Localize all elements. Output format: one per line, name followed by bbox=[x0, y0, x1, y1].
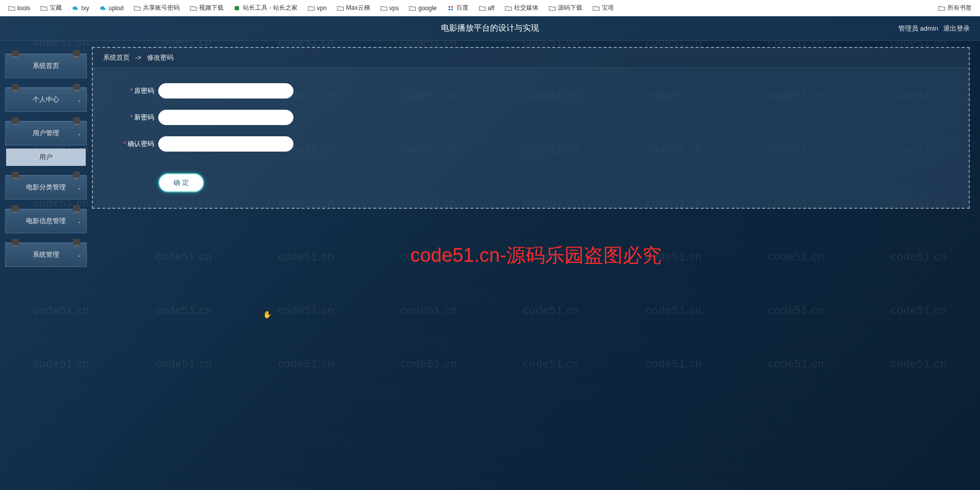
sidebar-item-system-mgmt[interactable]: 系统管理 ⌄ bbox=[5, 242, 87, 267]
bookmark-tools[interactable]: tools bbox=[5, 4, 33, 13]
form-row-new-password: *新密码 bbox=[113, 110, 948, 125]
required-star-icon: * bbox=[130, 113, 133, 121]
bookmark-aff[interactable]: aff bbox=[476, 4, 498, 13]
bookmark-video-download[interactable]: 视频下载 bbox=[187, 3, 227, 13]
tool-icon bbox=[234, 5, 241, 11]
header-right: 管理员 admin 退出登录 bbox=[898, 24, 970, 33]
content-area: 系统首页 -> 修改密码 *原密码 *新密码 *确认密码 确 定 bbox=[92, 41, 980, 490]
old-password-input[interactable] bbox=[158, 83, 293, 99]
chevron-down-icon: ⌄ bbox=[77, 218, 81, 224]
bookmark-label: 社交媒体 bbox=[514, 4, 538, 12]
chevron-down-icon: ⌄ bbox=[77, 131, 81, 136]
bookmark-uplod[interactable]: uplod bbox=[96, 4, 127, 13]
logout-link[interactable]: 退出登录 bbox=[943, 24, 970, 33]
folder-icon bbox=[409, 5, 416, 11]
chevron-down-icon: ⌄ bbox=[77, 252, 81, 258]
clip-icon bbox=[12, 84, 19, 90]
sidebar-item-movie-info-mgmt[interactable]: 电影信息管理 ⌄ bbox=[5, 209, 87, 233]
form-label: *原密码 bbox=[113, 86, 154, 95]
sidebar: 系统首页 个人中心 ⌄ 用户管理 ⌄ 用户 电影分类管理 ⌄ 电影信息管理 ⌄ bbox=[0, 41, 92, 490]
svg-point-3 bbox=[448, 8, 450, 10]
clip-icon bbox=[73, 172, 80, 178]
chevron-down-icon: ⌄ bbox=[77, 185, 81, 190]
bookmark-label: vpn bbox=[317, 5, 327, 12]
label-text: 确认密码 bbox=[128, 140, 154, 148]
bookmark-label: vps bbox=[389, 5, 399, 12]
bookmark-label: uplod bbox=[109, 5, 124, 12]
bookmark-label: aff bbox=[488, 5, 495, 12]
bookmark-shared-accounts[interactable]: 共享账号密码 bbox=[131, 3, 183, 13]
breadcrumb-separator: -> bbox=[135, 54, 141, 61]
bookmark-label: 源码下载 bbox=[558, 4, 582, 12]
app-title: 电影播放平台的设计与实现 bbox=[441, 23, 539, 34]
bookmark-label: tools bbox=[17, 5, 30, 12]
bookmark-label: Max云梯 bbox=[346, 4, 370, 12]
new-password-input[interactable] bbox=[158, 110, 293, 125]
confirm-button[interactable]: 确 定 bbox=[158, 173, 204, 192]
folder-icon bbox=[505, 5, 512, 11]
form-row-old-password: *原密码 bbox=[113, 83, 948, 99]
bookmark-source-download[interactable]: 源码下载 bbox=[546, 3, 585, 13]
breadcrumb-current: 修改密码 bbox=[147, 54, 174, 61]
breadcrumb-home[interactable]: 系统首页 bbox=[103, 54, 130, 61]
clip-icon bbox=[12, 205, 19, 211]
watermark-red-text: code51.cn-源码乐园盗图必究 bbox=[410, 242, 662, 268]
sidebar-item-home[interactable]: 系统首页 bbox=[5, 54, 87, 78]
bookmark-baidu[interactable]: 百度 bbox=[444, 3, 472, 13]
required-star-icon: * bbox=[124, 140, 126, 148]
sidebar-item-user-mgmt[interactable]: 用户管理 ⌄ bbox=[5, 121, 87, 145]
bookmark-baota[interactable]: 宝塔 bbox=[590, 3, 617, 13]
bookmark-txy[interactable]: txy bbox=[69, 4, 92, 13]
bookmark-max-cloud[interactable]: Max云梯 bbox=[334, 3, 373, 13]
folder-icon bbox=[549, 5, 556, 11]
bookmark-label: 共享账号密码 bbox=[143, 4, 180, 12]
bookmark-vpn[interactable]: vpn bbox=[305, 4, 330, 13]
label-text: 原密码 bbox=[134, 87, 154, 94]
form-label: *新密码 bbox=[113, 113, 154, 122]
svg-rect-0 bbox=[235, 6, 239, 10]
baidu-icon bbox=[447, 5, 454, 11]
confirm-password-input[interactable] bbox=[158, 136, 293, 152]
bookmark-label: google bbox=[418, 5, 436, 12]
form-label: *确认密码 bbox=[113, 139, 154, 149]
sidebar-submenu-user[interactable]: 用户 bbox=[6, 149, 86, 166]
cloud-icon bbox=[72, 5, 79, 11]
sidebar-item-label: 系统管理 bbox=[33, 251, 59, 258]
content-panel: 系统首页 -> 修改密码 *原密码 *新密码 *确认密码 确 定 bbox=[92, 47, 970, 209]
bookmark-webmaster-tools[interactable]: 站长工具 - 站长之家 bbox=[231, 3, 301, 13]
browser-bookmarks-bar: tools 宝藏 txy uplod 共享账号密码 视频下载 站长工具 - 站长… bbox=[0, 0, 980, 16]
required-star-icon: * bbox=[130, 87, 133, 94]
form-row-confirm-password: *确认密码 bbox=[113, 136, 948, 152]
clip-icon bbox=[73, 205, 80, 211]
bookmark-google[interactable]: google bbox=[406, 4, 439, 13]
all-bookmarks[interactable]: 所有书签 bbox=[935, 3, 975, 13]
bookmark-label: 百度 bbox=[456, 4, 469, 12]
bookmark-vps[interactable]: vps bbox=[377, 4, 402, 13]
folder-icon bbox=[337, 5, 344, 11]
svg-point-2 bbox=[451, 6, 452, 7]
bookmark-baozang[interactable]: 宝藏 bbox=[37, 3, 65, 13]
bookmark-label: 视频下载 bbox=[199, 4, 224, 12]
sidebar-item-label: 系统首页 bbox=[33, 62, 59, 69]
sidebar-item-personal[interactable]: 个人中心 ⌄ bbox=[5, 87, 87, 112]
folder-icon bbox=[308, 5, 315, 11]
label-text: 新密码 bbox=[134, 113, 154, 121]
sidebar-item-label: 电影信息管理 bbox=[26, 217, 66, 225]
bookmark-social[interactable]: 社交媒体 bbox=[502, 3, 542, 13]
sidebar-item-category-mgmt[interactable]: 电影分类管理 ⌄ bbox=[5, 175, 87, 200]
change-password-form: *原密码 *新密码 *确认密码 确 定 bbox=[93, 68, 969, 208]
cloud-icon bbox=[100, 5, 107, 11]
bookmark-label: 宝塔 bbox=[602, 4, 614, 12]
folder-icon bbox=[40, 5, 47, 11]
app-header: 电影播放平台的设计与实现 管理员 admin 退出登录 bbox=[0, 16, 980, 41]
folder-icon bbox=[190, 5, 197, 11]
clip-icon bbox=[73, 117, 80, 124]
svg-point-4 bbox=[451, 8, 452, 10]
user-role-label[interactable]: 管理员 admin bbox=[898, 24, 938, 33]
clip-icon bbox=[73, 84, 80, 90]
folder-icon bbox=[938, 5, 945, 11]
folder-icon bbox=[479, 5, 486, 11]
folder-icon bbox=[593, 5, 600, 11]
main-container: 系统首页 个人中心 ⌄ 用户管理 ⌄ 用户 电影分类管理 ⌄ 电影信息管理 ⌄ bbox=[0, 41, 980, 490]
svg-point-1 bbox=[448, 6, 450, 7]
